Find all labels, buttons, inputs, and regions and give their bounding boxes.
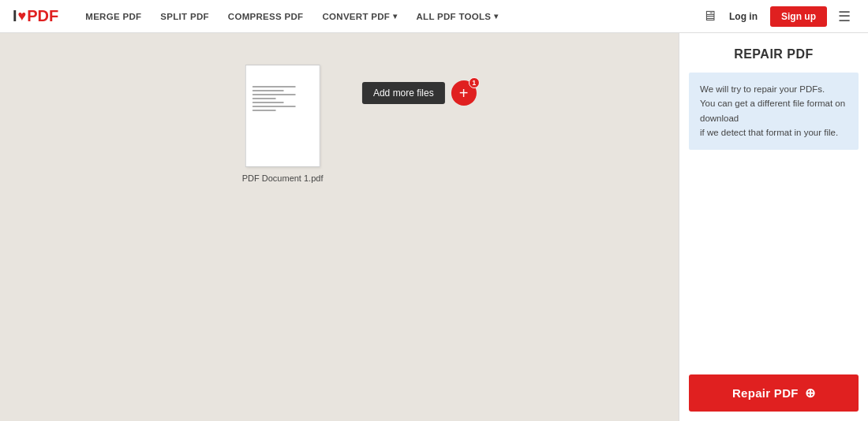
logo[interactable]: I ♥ PDF (13, 7, 58, 25)
logo-pdf: PDF (27, 7, 58, 25)
logo-heart-icon: ♥ (18, 8, 27, 24)
repair-pdf-button[interactable]: Repair PDF ⊕ (689, 374, 859, 412)
nav-convert-pdf[interactable]: CONVERT PDF (314, 12, 405, 21)
logo-i: I (13, 7, 17, 25)
pdf-line-4 (253, 98, 276, 99)
main-container: PDF Document 1.pdf Add more files + 1 RE… (0, 33, 868, 421)
login-button[interactable]: Log in (723, 8, 764, 25)
repair-icon: ⊕ (805, 386, 815, 401)
nav-merge-pdf[interactable]: MERGE PDF (77, 12, 149, 21)
repair-btn-label: Repair PDF (732, 386, 799, 400)
file-count-badge: 1 (469, 77, 480, 88)
workspace: PDF Document 1.pdf Add more files + 1 (0, 33, 679, 421)
nav-split-pdf[interactable]: SPLIT PDF (152, 12, 216, 21)
pdf-line-1 (253, 86, 296, 88)
info-box: We will try to repair your PDFs.You can … (689, 73, 859, 150)
pdf-line-5 (253, 102, 284, 103)
nav-all-tools[interactable]: ALL PDF TOOLS (408, 12, 506, 21)
hamburger-icon[interactable]: ☰ (833, 5, 855, 28)
main-nav: MERGE PDF SPLIT PDF COMPRESS PDF CONVERT… (77, 12, 702, 21)
panel-title: REPAIR PDF (679, 33, 868, 73)
plus-icon: + (459, 85, 469, 101)
file-card: PDF Document 1.pdf (242, 65, 324, 183)
pdf-line-2 (253, 90, 284, 91)
right-panel: REPAIR PDF We will try to repair your PD… (679, 33, 868, 421)
header-right: 🖥 Log in Sign up ☰ (702, 5, 855, 28)
add-circle-button[interactable]: + 1 (451, 80, 477, 106)
panel-spacer (679, 162, 868, 365)
pdf-line-6 (253, 106, 296, 107)
pdf-line-7 (253, 110, 276, 111)
pdf-thumbnail (245, 65, 320, 167)
header: I ♥ PDF MERGE PDF SPLIT PDF COMPRESS PDF… (0, 0, 868, 33)
monitor-icon[interactable]: 🖥 (702, 8, 716, 24)
nav-compress-pdf[interactable]: COMPRESS PDF (220, 12, 312, 21)
pdf-preview-lines (253, 86, 313, 111)
file-name-label: PDF Document 1.pdf (242, 173, 324, 183)
signup-button[interactable]: Sign up (770, 6, 827, 27)
add-files-area: Add more files + 1 (362, 80, 477, 106)
info-text: We will try to repair your PDFs.You can … (700, 84, 845, 137)
pdf-line-3 (253, 94, 296, 95)
add-files-button[interactable]: Add more files (362, 82, 445, 104)
